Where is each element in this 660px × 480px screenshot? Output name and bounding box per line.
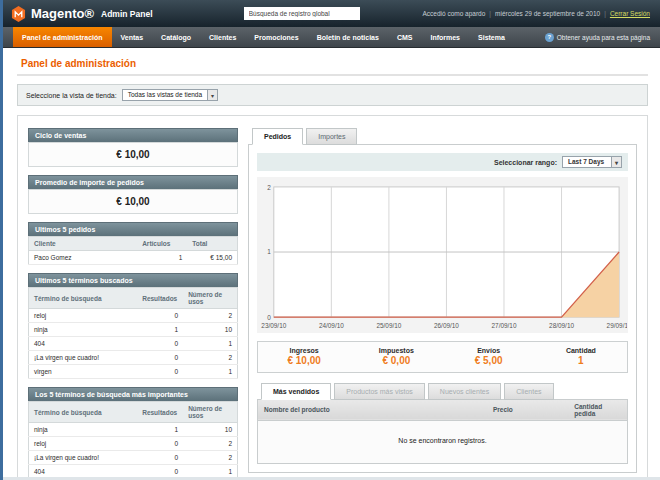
tab-clientes[interactable]: Clientes: [504, 383, 553, 400]
cell-results: 0: [137, 365, 183, 379]
dashboard-container: Ciclo de ventas € 10,00 Promedio de impo…: [17, 115, 648, 480]
global-search-input[interactable]: [244, 7, 360, 20]
column-header: Total: [187, 237, 237, 251]
panel-title: Ultimos 5 pedidos: [28, 222, 238, 236]
browser-window: Magento® Admin Panel Accedió como apardo…: [0, 0, 660, 480]
logout-link[interactable]: Cerrar Sesión: [610, 10, 650, 17]
panel-title: Ciclo de ventas: [28, 128, 238, 142]
cell-total: € 15,00: [187, 251, 237, 265]
header: Magento® Admin Panel Accedió como apardo…: [3, 0, 660, 27]
y-axis-label: 0: [267, 314, 271, 321]
chevron-down-icon: ▾: [207, 90, 217, 100]
empty-message: No se encontraron registros.: [258, 420, 628, 463]
nav-item-informes[interactable]: Informes: [421, 27, 469, 47]
average-orders-panel: Promedio de importe de pedidos € 10,00: [28, 175, 238, 214]
brand-name: Magento®: [31, 6, 94, 21]
y-axis-label: 1: [267, 248, 271, 255]
range-select[interactable]: Last 7 Days ▾: [562, 156, 622, 168]
nav-item-ventas[interactable]: Ventas: [112, 27, 153, 47]
tab-nuevos-clientes[interactable]: Nuevos clientes: [428, 383, 501, 400]
tab-importes[interactable]: Importes: [306, 128, 357, 145]
table-row[interactable]: reloj 0 2: [29, 437, 238, 451]
brand: Magento® Admin Panel: [11, 6, 181, 22]
cell-results: 0: [137, 337, 183, 351]
nav-item-boletin[interactable]: Boletín de noticias: [308, 27, 388, 47]
user-info: Accedió como apardo | miércoles 29 de se…: [422, 10, 650, 17]
tab-pedidos[interactable]: Pedidos: [252, 128, 303, 145]
cell-uses: 1: [183, 337, 237, 351]
dashboard-sidebar: Ciclo de ventas € 10,00 Promedio de impo…: [28, 128, 238, 480]
magento-logo-icon: [11, 6, 26, 22]
table-row[interactable]: reloj 0 2: [29, 309, 238, 323]
nav-item-promociones[interactable]: Promociones: [245, 27, 307, 47]
range-selector-row: Seleccionar rango: Last 7 Days ▾: [257, 153, 628, 171]
help-link[interactable]: Obtener ayuda para esta página: [557, 34, 650, 41]
nav-item-clientes[interactable]: Clientes: [200, 27, 245, 47]
column-header: Resultados: [137, 402, 183, 423]
brand-suffix: Admin Panel: [101, 9, 152, 19]
nav-item-sistema[interactable]: Sistema: [469, 27, 514, 47]
nav-item-dashboard[interactable]: Panel de administración: [13, 27, 112, 47]
column-header: Término de búsqueda: [29, 402, 138, 423]
cell-results: 1: [137, 423, 183, 437]
table-row[interactable]: ninja 1 10: [29, 323, 238, 337]
stat-value: € 0,00: [350, 355, 442, 366]
table-row[interactable]: 404 0 1: [29, 337, 238, 351]
stat-cantidad: Cantidad 1: [535, 342, 627, 372]
tab-mas-vendidos[interactable]: Más vendidos: [261, 383, 331, 400]
nav-item-cms[interactable]: CMS: [388, 27, 422, 47]
x-axis-label: 26/09/10: [434, 322, 459, 329]
tab-productos-mas-vistos[interactable]: Productos más vistos: [334, 383, 425, 400]
nav-item-catalogo[interactable]: Catálogo: [152, 27, 200, 47]
dashboard-main: Pedidos Importes Seleccionar rango: Last…: [248, 128, 637, 480]
store-view-value: Todas las vistas de tienda: [123, 90, 207, 100]
panel-title: Ultimos 5 términos buscados: [28, 273, 238, 287]
x-axis-label: 29/09/10: [607, 322, 627, 329]
stat-label: Ingresos: [258, 347, 350, 354]
column-header: Cliente: [29, 237, 138, 251]
cell-term: ¡La virgen que cuadro!: [29, 451, 138, 465]
panel-title: Los 5 términos de búsqueda más important…: [28, 387, 238, 401]
cell-term: ninja: [29, 423, 138, 437]
table-row[interactable]: ¡La virgen que cuadro! 0 2: [29, 351, 238, 365]
cell-term: ¡La virgen que cuadro!: [29, 351, 138, 365]
store-view-select[interactable]: Todas las vistas de tienda ▾: [122, 89, 218, 101]
x-axis-label: 23/09/10: [261, 322, 286, 329]
panel-title: Promedio de importe de pedidos: [28, 175, 238, 189]
column-header: Precio: [487, 399, 568, 420]
cell-results: 0: [137, 437, 183, 451]
lifetime-sales-panel: Ciclo de ventas € 10,00: [28, 128, 238, 167]
stat-label: Envíos: [443, 347, 535, 354]
cell-customer: Paco Gomez: [29, 251, 138, 265]
stat-impuestos: Impuestos € 0,00: [350, 342, 442, 372]
chart-panel: Seleccionar rango: Last 7 Days ▾: [248, 144, 637, 473]
cell-term: reloj: [29, 309, 138, 323]
stat-value: € 5,00: [443, 355, 535, 366]
logged-in-text: Accedió como apardo: [422, 10, 485, 17]
store-view-label: Seleccione la vista de tienda:: [26, 92, 117, 99]
table-row[interactable]: virgen 0 1: [29, 365, 238, 379]
products-table: Nombre del producto Precio Cantidad pedi…: [257, 399, 628, 464]
column-header: Número de usos: [183, 288, 237, 309]
table-row[interactable]: ninja 1 10: [29, 423, 238, 437]
table-row[interactable]: ¡La virgen que cuadro! 0 2: [29, 451, 238, 465]
average-orders-value: € 10,00: [28, 189, 238, 214]
cell-uses: 1: [183, 365, 237, 379]
cell-uses: 10: [183, 323, 237, 337]
cell-results: 0: [137, 451, 183, 465]
range-label: Seleccionar rango:: [494, 159, 557, 166]
cell-term: 404: [29, 337, 138, 351]
table-row[interactable]: Paco Gomez 1 € 15,00: [29, 251, 238, 265]
x-axis-label: 28/09/10: [549, 322, 574, 329]
y-axis-label: 2: [267, 184, 271, 191]
orders-chart: 2 1 0 23/09/10 24/09/10 25/09/10 26/09/1…: [257, 177, 628, 333]
title-divider: [17, 74, 648, 76]
header-date: miércoles 29 de septiembre de 2010: [495, 10, 600, 17]
top-search-table: Término de búsqueda Resultados Número de…: [28, 401, 238, 480]
top-search-panel: Los 5 términos de búsqueda más important…: [28, 387, 238, 480]
stat-value: 1: [535, 355, 627, 366]
stat-label: Cantidad: [535, 347, 627, 354]
main-nav: Panel de administración Ventas Catálogo …: [3, 27, 660, 48]
column-header: Número de usos: [183, 402, 237, 423]
stat-value: € 10,00: [258, 355, 350, 366]
